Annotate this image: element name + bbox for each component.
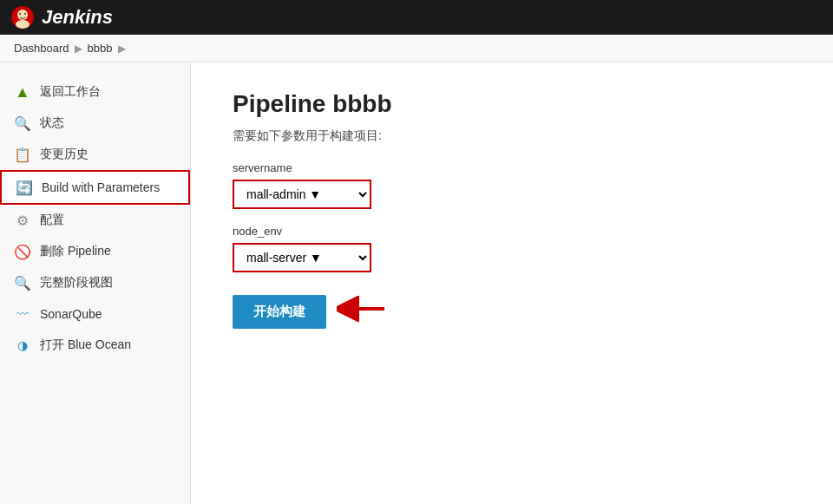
page-title: Pipeline bbbb (233, 90, 791, 118)
sidebar-item-full-stage-view[interactable]: 🔍 完整阶段视图 (0, 267, 190, 298)
build-action-area: 开始构建 (233, 288, 389, 329)
servername-group: servername mall-admin ▼ mall-server mall… (233, 161, 791, 209)
red-arrow-icon (337, 296, 389, 322)
svg-point-2 (16, 20, 30, 29)
app-title: Jenkins (42, 6, 113, 29)
sidebar-label-sonarqube: SonarQube (40, 307, 102, 321)
breadcrumb-dashboard[interactable]: Dashboard (14, 42, 69, 55)
node-env-group: node_env mall-server ▼ mall-admin produc… (233, 225, 791, 272)
sidebar-label-delete: 删除 Pipeline (40, 244, 111, 259)
history-icon: 📋 (14, 146, 31, 163)
build-params-icon: 🔄 (16, 179, 33, 196)
breadcrumb-sep-2: ▶ (118, 43, 126, 55)
svg-point-4 (24, 13, 26, 15)
sidebar-item-status[interactable]: 🔍 状态 (0, 108, 190, 139)
jenkins-icon (10, 5, 35, 29)
status-icon: 🔍 (14, 115, 31, 132)
stage-view-icon: 🔍 (14, 274, 31, 291)
config-icon: ⚙ (14, 212, 31, 229)
sidebar-item-return-workspace[interactable]: ▲ 返回工作台 (0, 76, 190, 108)
servername-select[interactable]: mall-admin ▼ mall-server mall-portal (233, 180, 371, 209)
main-content: Pipeline bbbb 需要如下参数用于构建项目: servername m… (191, 62, 833, 504)
main-layout: ▲ 返回工作台 🔍 状态 📋 变更历史 🔄 Build with Paramet… (0, 62, 833, 504)
sidebar-label-return: 返回工作台 (40, 84, 101, 100)
sidebar-item-build-with-parameters[interactable]: 🔄 Build with Parameters (0, 170, 190, 205)
app-header: Jenkins (0, 0, 833, 35)
sidebar-label-history: 变更历史 (40, 147, 89, 162)
sidebar-label-status: 状态 (40, 115, 64, 131)
svg-point-3 (19, 13, 21, 15)
sidebar-item-blue-ocean[interactable]: ◑ 打开 Blue Ocean (0, 330, 190, 361)
jenkins-logo: Jenkins (10, 5, 113, 29)
build-button[interactable]: 开始构建 (233, 295, 326, 329)
node-env-label: node_env (233, 225, 791, 238)
sidebar-label-blue-ocean: 打开 Blue Ocean (40, 337, 131, 353)
breadcrumb-sep-1: ▶ (75, 43, 82, 55)
servername-label: servername (233, 161, 791, 174)
delete-icon: 🚫 (14, 243, 31, 260)
sidebar-label-build-params: Build with Parameters (42, 180, 160, 194)
sidebar-label-config: 配置 (40, 213, 64, 228)
return-icon: ▲ (14, 83, 31, 101)
breadcrumb-bbbb[interactable]: bbbb (88, 42, 113, 55)
subtitle: 需要如下参数用于构建项目: (233, 128, 791, 144)
breadcrumb: Dashboard ▶ bbbb ▶ (0, 35, 833, 62)
sidebar-item-sonarqube[interactable]: 〰 SonarQube (0, 298, 190, 330)
sidebar-item-delete-pipeline[interactable]: 🚫 删除 Pipeline (0, 236, 190, 267)
sidebar-item-change-history[interactable]: 📋 变更历史 (0, 139, 190, 170)
blue-ocean-icon: ◑ (14, 337, 31, 354)
sidebar-item-config[interactable]: ⚙ 配置 (0, 205, 190, 236)
node-env-select[interactable]: mall-server ▼ mall-admin production (233, 243, 371, 272)
sonarqube-icon: 〰 (14, 305, 31, 323)
sidebar-label-stage-view: 完整阶段视图 (40, 275, 113, 291)
sidebar: ▲ 返回工作台 🔍 状态 📋 变更历史 🔄 Build with Paramet… (0, 62, 191, 504)
